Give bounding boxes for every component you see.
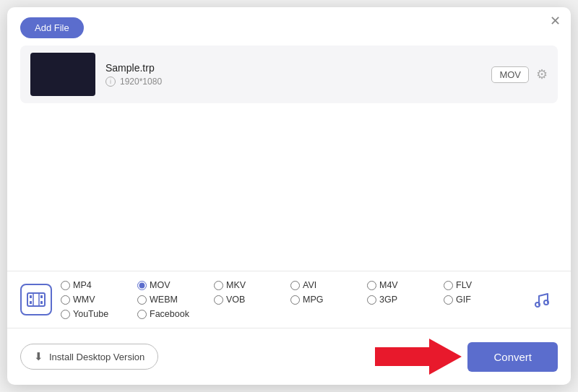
format-option-avi[interactable]: AVI	[290, 280, 364, 290]
svg-marker-9	[375, 339, 462, 375]
format-grid: MP4 MOV MKV AVI M4V FLV WMV WEBM	[61, 280, 517, 319]
format-option-mp4[interactable]: MP4	[61, 280, 134, 290]
format-panel: MP4 MOV MKV AVI M4V FLV WMV WEBM	[7, 271, 571, 328]
svg-rect-0	[27, 293, 45, 306]
svg-point-7	[535, 302, 540, 307]
format-option-3gp[interactable]: 3GP	[367, 295, 441, 305]
add-file-button[interactable]: Add File	[20, 17, 84, 38]
format-option-vob[interactable]: VOB	[214, 295, 288, 305]
settings-icon[interactable]: ⚙	[536, 66, 548, 82]
format-option-wmv[interactable]: WMV	[61, 295, 134, 305]
install-button[interactable]: ⬇ Install Desktop Version	[20, 344, 158, 370]
format-badge-button[interactable]: MOV	[491, 66, 529, 83]
svg-rect-4	[40, 301, 43, 304]
dialog-header: Add File ✕	[7, 7, 571, 45]
svg-point-8	[544, 300, 548, 305]
file-info: Sample.trp i 1920*1080	[105, 62, 481, 87]
format-option-youtube[interactable]: YouTube	[61, 309, 134, 319]
format-option-flv[interactable]: FLV	[444, 280, 517, 290]
bottom-bar: ⬇ Install Desktop Version Convert	[7, 328, 571, 385]
file-name: Sample.trp	[105, 62, 481, 74]
install-label: Install Desktop Version	[49, 352, 144, 362]
music-icon[interactable]	[526, 284, 558, 315]
file-thumbnail	[30, 53, 95, 96]
main-dialog: Add File ✕ Sample.trp i 1920*1080 MOV ⚙	[7, 7, 571, 385]
convert-button[interactable]: Convert	[467, 342, 558, 372]
format-option-webm[interactable]: WEBM	[137, 295, 211, 305]
svg-rect-3	[40, 295, 43, 298]
info-icon: i	[105, 77, 116, 87]
file-list-area: Sample.trp i 1920*1080 MOV ⚙	[7, 45, 571, 271]
file-item: Sample.trp i 1920*1080 MOV ⚙	[20, 45, 558, 103]
format-option-m4v[interactable]: M4V	[367, 280, 441, 290]
format-option-mov[interactable]: MOV	[137, 280, 211, 290]
arrow-container: Convert	[158, 337, 558, 376]
download-icon: ⬇	[34, 350, 43, 363]
svg-rect-1	[30, 295, 32, 298]
svg-rect-2	[30, 301, 32, 304]
file-actions: MOV ⚙	[491, 66, 548, 83]
format-option-mkv[interactable]: MKV	[214, 280, 288, 290]
format-option-mpg[interactable]: MPG	[290, 295, 364, 305]
file-meta: i 1920*1080	[105, 77, 481, 87]
format-option-gif[interactable]: GIF	[444, 295, 517, 305]
file-resolution: 1920*1080	[120, 77, 162, 87]
big-arrow	[375, 337, 462, 376]
film-icon[interactable]	[20, 284, 52, 315]
format-option-facebook[interactable]: Facebook	[137, 309, 211, 319]
close-button[interactable]: ✕	[550, 14, 561, 27]
